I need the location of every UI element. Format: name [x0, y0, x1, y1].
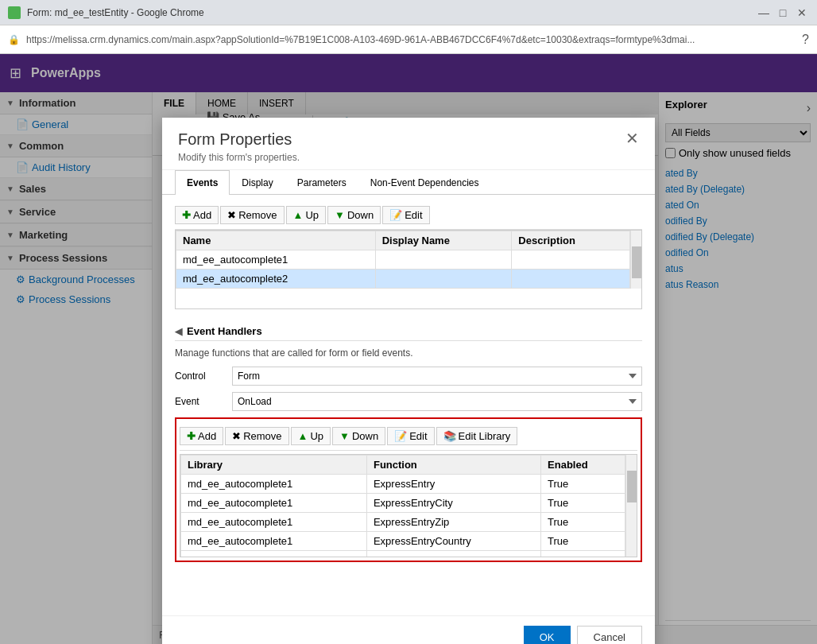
add-button-bottom[interactable]: ✚ Add	[180, 427, 223, 445]
handler-row[interactable]: md_ee_autocomplete1 ExpressEntryCountry …	[181, 532, 625, 551]
scrollbar-thumb-bottom	[627, 471, 637, 502]
browser-title: Form: md_ee_testEntity - Google Chrome	[27, 7, 750, 18]
parameters-table-container: Name Display Name Description md_ee_auto…	[175, 230, 642, 309]
address-bar: 🔒 https://melissa.crm.dynamics.com/main.…	[0, 25, 817, 54]
handler-row[interactable]: md_ee_autocomplete2 ExpressEntry2 True	[181, 551, 625, 558]
app-container: ⊞ PowerApps FILE HOME INSERT 💾 Save 💾 Sa…	[0, 54, 817, 644]
down-icon-top: ▼	[335, 209, 345, 221]
scrollbar-bottom[interactable]	[625, 455, 637, 557]
dialog-title: Form Properties	[178, 130, 300, 149]
up-icon-top: ▲	[293, 209, 304, 221]
table-row[interactable]: md_ee_autocomplete2	[176, 270, 630, 289]
handler-row[interactable]: md_ee_autocomplete1 ExpressEntryZip True	[181, 513, 625, 532]
col-library: Library	[181, 456, 367, 475]
edit-icon-bottom: 📝	[394, 430, 407, 442]
col-enabled: Enabled	[541, 456, 625, 475]
control-select[interactable]: Form	[232, 367, 642, 386]
table-row[interactable]: md_ee_autocomplete1	[176, 250, 630, 270]
dialog-header: Form Properties Modify this form's prope…	[162, 118, 655, 170]
lock-icon: 🔒	[8, 34, 20, 45]
remove-icon-top: ✖	[227, 209, 236, 221]
tab-non-event-dependencies[interactable]: Non-Event Dependencies	[358, 170, 491, 195]
parameters-table: Name Display Name Description md_ee_auto…	[176, 231, 630, 289]
dialog-tab-bar: Events Display Parameters Non-Event Depe…	[162, 170, 655, 195]
event-select[interactable]: OnLoad	[232, 392, 642, 411]
bottom-toolbar: ✚ Add ✖ Remove ▲ Up	[180, 422, 637, 451]
event-row: Event OnLoad	[175, 392, 642, 411]
remove-icon-bottom: ✖	[232, 430, 241, 442]
down-button-top[interactable]: ▼ Down	[327, 206, 381, 224]
edit-library-icon: 📚	[443, 430, 456, 442]
edit-button-top[interactable]: 📝 Edit	[382, 206, 429, 224]
dialog-body: Events Display Parameters Non-Event Depe…	[162, 170, 655, 615]
dialog-overlay: Form Properties Modify this form's prope…	[0, 54, 817, 644]
control-label: Control	[175, 370, 223, 382]
maximize-button[interactable]: □	[776, 6, 790, 20]
tab-display[interactable]: Display	[230, 170, 285, 195]
add-icon-bottom: ✚	[187, 430, 196, 442]
event-handlers-title: Event Handlers	[187, 325, 262, 337]
tab-events[interactable]: Events	[175, 170, 230, 195]
add-button-top[interactable]: ✚ Add	[175, 206, 219, 224]
edit-library-button[interactable]: 📚 Edit Library	[436, 427, 518, 445]
scrollbar-thumb-top	[632, 246, 641, 278]
help-icon[interactable]: ?	[802, 33, 809, 47]
up-icon-bottom: ▲	[298, 430, 308, 442]
add-icon-top: ✚	[182, 209, 191, 221]
dialog-footer: OK Cancel	[162, 615, 655, 644]
down-icon-bottom: ▼	[339, 430, 350, 442]
svg-point-0	[10, 9, 18, 17]
col-display-name: Display Name	[375, 231, 512, 250]
top-toolbar: ✚ Add ✖ Remove ▲ Up ▼ Do	[175, 201, 642, 230]
collapse-icon[interactable]: ◀	[175, 326, 182, 337]
event-handlers-section-header: ◀ Event Handlers	[175, 319, 642, 341]
remove-button-top[interactable]: ✖ Remove	[220, 206, 284, 224]
form-properties-dialog: Form Properties Modify this form's prope…	[162, 118, 655, 644]
minimize-button[interactable]: —	[757, 6, 771, 20]
dialog-subtitle: Modify this form's properties.	[178, 152, 300, 163]
browser-controls: — □ ✕	[757, 6, 809, 20]
cancel-button[interactable]: Cancel	[577, 626, 642, 644]
address-url[interactable]: https://melissa.crm.dynamics.com/main.as…	[26, 34, 796, 45]
handlers-table-container: Library Function Enabled md_ee_autocompl	[180, 454, 637, 557]
handler-row[interactable]: md_ee_autocomplete1 ExpressEntry True	[181, 475, 625, 494]
control-row: Control Form	[175, 367, 642, 386]
handler-row[interactable]: md_ee_autocomplete1 ExpressEntryCity Tru…	[181, 494, 625, 513]
up-button-bottom[interactable]: ▲ Up	[291, 427, 331, 445]
edit-icon-top: 📝	[389, 209, 402, 221]
close-button[interactable]: ✕	[795, 6, 809, 20]
event-label: Event	[175, 396, 223, 407]
ok-button[interactable]: OK	[524, 626, 571, 644]
event-handlers-desc: Manage functions that are called for for…	[175, 347, 642, 359]
up-button-top[interactable]: ▲ Up	[286, 206, 327, 224]
browser-icon	[8, 6, 21, 19]
browser-titlebar: Form: md_ee_testEntity - Google Chrome —…	[0, 0, 817, 25]
edit-button-bottom[interactable]: 📝 Edit	[387, 427, 434, 445]
col-name: Name	[176, 231, 376, 250]
event-handlers-table-section: ✚ Add ✖ Remove ▲ Up	[175, 417, 642, 562]
handlers-table: Library Function Enabled md_ee_autocompl	[180, 455, 625, 557]
col-function: Function	[366, 456, 540, 475]
dialog-close-button[interactable]: ✕	[625, 130, 639, 146]
tab-parameters[interactable]: Parameters	[285, 170, 358, 195]
down-button-bottom[interactable]: ▼ Down	[332, 427, 385, 445]
col-description: Description	[512, 231, 630, 250]
scrollbar-top[interactable]	[630, 231, 641, 289]
remove-button-bottom[interactable]: ✖ Remove	[225, 427, 288, 445]
